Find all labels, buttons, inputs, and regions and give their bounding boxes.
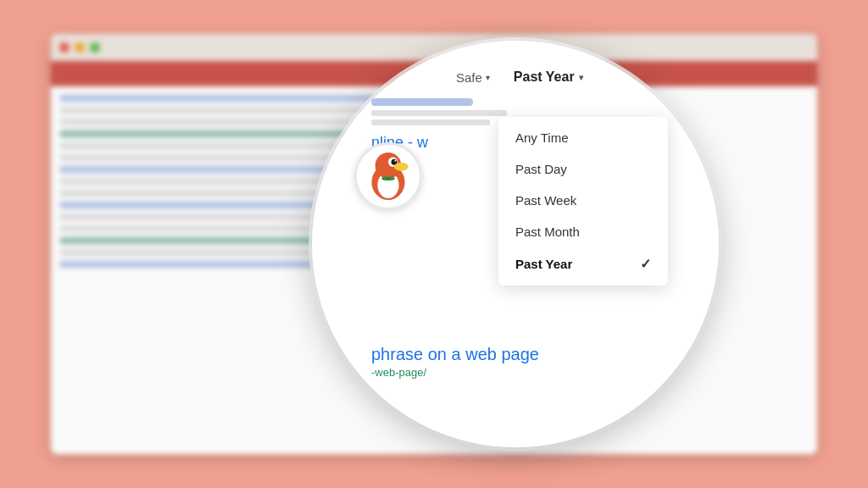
date-filter-button[interactable]: Past Year ▾ bbox=[507, 66, 590, 88]
dropdown-option-past-day[interactable]: Past Day bbox=[498, 153, 668, 185]
dropdown-option-past-month[interactable]: Past Month bbox=[498, 216, 668, 247]
magnifier-circle: Safe ▾ Past Year ▾ World nline - w Any T… bbox=[312, 41, 719, 447]
safe-filter-button[interactable]: Safe ▾ bbox=[449, 67, 497, 88]
magnifier-inner: Safe ▾ Past Year ▾ World nline - w Any T… bbox=[363, 66, 702, 430]
traffic-light-yellow bbox=[75, 42, 85, 53]
big-result-url: -web-page/ bbox=[371, 366, 702, 379]
big-result-title: phrase on a web page bbox=[371, 345, 702, 364]
bottom-result: phrase on a web page -web-page/ bbox=[363, 345, 702, 387]
safe-filter-label: Safe bbox=[456, 70, 482, 85]
dropdown-option-past-week[interactable]: Past Week bbox=[498, 185, 668, 216]
dropdown-option-label: Any Time bbox=[515, 130, 569, 145]
svg-point-5 bbox=[394, 160, 396, 162]
world-label: World bbox=[650, 69, 686, 85]
dropdown-option-label: Past Week bbox=[515, 193, 576, 208]
dropdown-option-past-year[interactable]: Past Year ✓ bbox=[498, 247, 668, 280]
svg-point-6 bbox=[394, 163, 409, 171]
traffic-light-red bbox=[59, 42, 70, 53]
traffic-light-green bbox=[90, 42, 100, 53]
safe-chevron-icon: ▾ bbox=[486, 73, 490, 82]
dropdown-option-any-time[interactable]: Any Time bbox=[498, 122, 668, 153]
content-line bbox=[59, 130, 359, 137]
dropdown-option-label: Past Month bbox=[515, 225, 580, 239]
dropdown-menu: Any Time Past Day Past Week Past Month P… bbox=[498, 117, 668, 286]
filter-row: Safe ▾ Past Year ▾ World bbox=[363, 66, 702, 88]
date-chevron-icon: ▾ bbox=[579, 73, 583, 82]
svg-rect-7 bbox=[385, 177, 392, 180]
dropdown-option-label: Past Year bbox=[515, 257, 572, 271]
selected-checkmark-icon: ✓ bbox=[640, 256, 651, 272]
date-filter-label: Past Year bbox=[514, 69, 575, 85]
duckduckgo-logo bbox=[354, 142, 422, 210]
dropdown-option-label: Past Day bbox=[515, 162, 567, 176]
